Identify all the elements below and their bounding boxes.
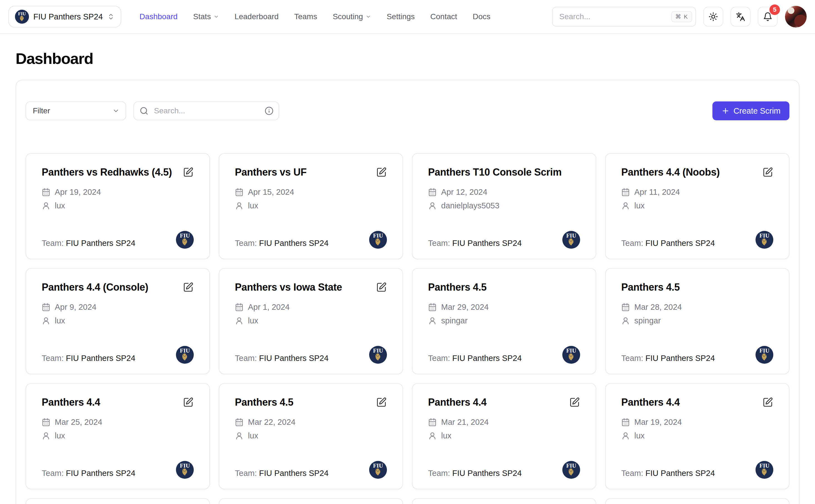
- scrim-date: Mar 22, 2024: [248, 418, 295, 427]
- chevrons-up-down-icon: [107, 13, 114, 20]
- scrim-title: Panthers 4.4: [621, 396, 758, 409]
- scrim-card-footer: Team: FIU Panthers SP24 FIU: [235, 226, 387, 249]
- scrim-card-footer: Team: FIU Panthers SP24 FIU: [42, 341, 194, 364]
- scrim-date-row: Mar 25, 2024: [42, 418, 194, 427]
- scrim-card-cutoff[interactable]: [412, 498, 596, 504]
- page-title: Dashboard: [16, 49, 799, 68]
- team-logo-icon: FIU: [756, 461, 773, 479]
- scrim-owner: danielplays5053: [441, 201, 500, 210]
- scrim-search-input[interactable]: [133, 101, 279, 120]
- scrim-team-line: Team: FIU Panthers SP24: [428, 468, 522, 479]
- user-icon: [428, 431, 437, 440]
- scrim-date-row: Apr 15, 2024: [235, 188, 387, 197]
- scrim-card[interactable]: Panthers vs UF Apr 15, 2024 lux Team: FI…: [219, 153, 403, 259]
- nav-link-label: Dashboard: [139, 12, 178, 21]
- nav-link-docs[interactable]: Docs: [473, 12, 491, 21]
- user-avatar[interactable]: [785, 6, 807, 28]
- team-logo-icon: FIU: [369, 346, 387, 364]
- scrim-card[interactable]: Panthers 4.5 Mar 22, 2024 lux Team: FIU …: [219, 383, 403, 489]
- nav-link-contact[interactable]: Contact: [430, 12, 457, 21]
- team-selector[interactable]: FIU FIU Panthers SP24: [8, 6, 121, 28]
- scrim-date-row: Apr 19, 2024: [42, 188, 194, 197]
- scrim-card[interactable]: Panthers 4.4 (Console) Apr 9, 2024 lux T…: [26, 268, 210, 374]
- scrim-title: Panthers 4.4 (Noobs): [621, 166, 758, 179]
- info-icon[interactable]: [265, 106, 273, 115]
- svg-text:FIU: FIU: [759, 232, 769, 239]
- language-button[interactable]: [731, 7, 751, 27]
- scrim-card-header: Panthers 4.4 (Noobs): [621, 166, 773, 179]
- scrim-owner: lux: [634, 201, 645, 210]
- nav-link-settings[interactable]: Settings: [386, 12, 415, 21]
- edit-scrim-button[interactable]: [183, 167, 194, 178]
- calendar-icon: [621, 188, 630, 196]
- scrim-user-row: spingar: [621, 316, 773, 325]
- scrim-card[interactable]: Panthers vs Redhawks (4.5) Apr 19, 2024 …: [26, 153, 210, 259]
- scrim-team-line: Team: FIU Panthers SP24: [42, 238, 135, 249]
- scrim-owner: lux: [248, 316, 258, 325]
- navbar: FIU FIU Panthers SP24 Dashboard Stats Le…: [0, 0, 815, 34]
- scrim-card[interactable]: Panthers 4.4 Mar 21, 2024 lux Team: FIU …: [412, 383, 596, 489]
- team-label: Team:: [428, 469, 452, 478]
- scrim-owner: lux: [441, 431, 452, 440]
- scrim-card[interactable]: Panthers vs Iowa State Apr 1, 2024 lux T…: [219, 268, 403, 374]
- scrim-card[interactable]: Panthers T10 Console Scrim Apr 12, 2024 …: [412, 153, 596, 259]
- scrim-team-line: Team: FIU Panthers SP24: [621, 468, 715, 479]
- scrim-meta: Apr 9, 2024 lux: [42, 303, 194, 325]
- team-label: Team:: [42, 239, 66, 248]
- scrim-card-footer: Team: FIU Panthers SP24 FIU: [428, 456, 580, 479]
- nav-link-dashboard[interactable]: Dashboard: [139, 12, 178, 21]
- scrim-meta: Apr 12, 2024 danielplays5053: [428, 188, 580, 210]
- team-name: FIU Panthers SP24: [259, 354, 328, 363]
- theme-toggle-button[interactable]: [703, 7, 723, 27]
- scrim-title: Panthers 4.4: [428, 396, 565, 409]
- scrim-card[interactable]: Panthers 4.4 Mar 19, 2024 lux Team: FIU …: [605, 383, 789, 489]
- user-icon: [621, 316, 630, 325]
- scrim-card-cutoff[interactable]: [605, 498, 789, 504]
- edit-scrim-button[interactable]: [376, 397, 387, 408]
- scrim-date: Apr 19, 2024: [55, 188, 101, 197]
- user-icon: [621, 431, 630, 440]
- notifications-button[interactable]: 5: [758, 7, 778, 27]
- edit-scrim-button[interactable]: [376, 282, 387, 293]
- nav-link-leaderboard[interactable]: Leaderboard: [235, 12, 279, 21]
- team-label: Team:: [621, 469, 646, 478]
- edit-scrim-button[interactable]: [762, 167, 773, 178]
- calendar-icon: [428, 418, 437, 426]
- edit-scrim-button[interactable]: [569, 397, 580, 408]
- create-scrim-button[interactable]: Create Scrim: [712, 101, 789, 120]
- team-label: Team:: [235, 469, 259, 478]
- user-icon: [42, 431, 50, 440]
- scrim-user-row: lux: [235, 316, 387, 325]
- scrim-date: Apr 15, 2024: [248, 188, 294, 197]
- scrim-card-cutoff[interactable]: [219, 498, 403, 504]
- edit-icon: [376, 397, 386, 408]
- svg-text:FIU: FIU: [373, 232, 383, 239]
- scrim-card-grid: Panthers vs Redhawks (4.5) Apr 19, 2024 …: [26, 153, 789, 504]
- nav-link-label: Scouting: [333, 12, 363, 21]
- scrim-card[interactable]: Panthers 4.5 Mar 28, 2024 spingar Team: …: [605, 268, 789, 374]
- scrim-card[interactable]: Panthers 4.5 Mar 29, 2024 spingar Team: …: [412, 268, 596, 374]
- scrim-user-row: lux: [42, 316, 194, 325]
- user-icon: [235, 316, 243, 325]
- calendar-icon: [428, 303, 437, 311]
- nav-link-teams[interactable]: Teams: [294, 12, 317, 21]
- edit-scrim-button[interactable]: [376, 167, 387, 178]
- filter-select[interactable]: Filter: [26, 101, 126, 120]
- notification-count-badge: 5: [769, 4, 780, 15]
- team-label: Team:: [42, 354, 66, 363]
- edit-scrim-button[interactable]: [183, 397, 194, 408]
- scrim-card[interactable]: Panthers 4.4 Mar 25, 2024 lux Team: FIU …: [26, 383, 210, 489]
- nav-link-scouting[interactable]: Scouting: [333, 12, 371, 21]
- team-logo-icon: FIU: [15, 10, 29, 24]
- scrim-card-cutoff[interactable]: [26, 498, 210, 504]
- edit-scrim-button[interactable]: [183, 282, 194, 293]
- nav-link-stats[interactable]: Stats: [193, 12, 219, 21]
- scrim-meta: Mar 19, 2024 lux: [621, 418, 773, 440]
- scrim-team-line: Team: FIU Panthers SP24: [235, 468, 328, 479]
- scrim-date: Apr 9, 2024: [55, 303, 96, 312]
- edit-scrim-button[interactable]: [762, 397, 773, 408]
- scrim-card[interactable]: Panthers 4.4 (Noobs) Apr 11, 2024 lux Te…: [605, 153, 789, 259]
- scrim-owner: spingar: [441, 316, 468, 325]
- scrim-user-row: lux: [621, 201, 773, 210]
- nav-link-label: Stats: [193, 12, 211, 21]
